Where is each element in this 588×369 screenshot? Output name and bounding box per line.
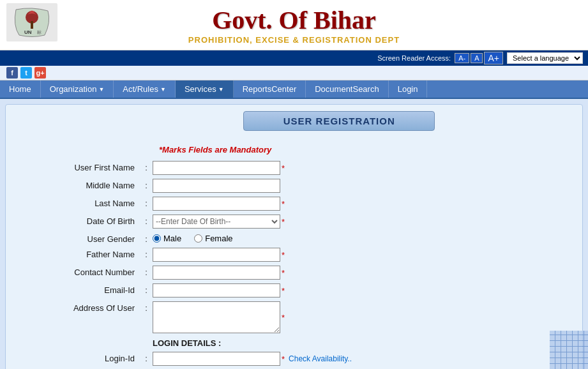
father-name-label: Father Name <box>25 248 140 259</box>
check-availability-link[interactable]: Check Availability.. <box>289 354 352 363</box>
nav-services[interactable]: Services ▼ <box>176 80 234 98</box>
gender-male-radio[interactable] <box>153 234 161 243</box>
font-increase-button[interactable]: A+ <box>484 52 503 64</box>
font-decrease-button[interactable]: A- <box>455 53 469 63</box>
first-name-input[interactable] <box>153 161 280 175</box>
nav-reportscenter[interactable]: ReportsCenter <box>234 80 306 98</box>
address-row: Address Of User : * <box>25 301 563 333</box>
header: UN 标 Govt. Of Bihar Prohibition, Excise … <box>0 0 588 50</box>
last-name-row: Last Name : * <box>25 197 563 211</box>
address-textarea[interactable] <box>153 301 280 333</box>
middle-name-label: Middle Name <box>25 179 140 190</box>
login-section-title: LOGIN DETAILS : <box>153 338 563 348</box>
nav-actrules[interactable]: Act/Rules ▼ <box>114 80 176 98</box>
font-normal-button[interactable]: A <box>471 53 483 63</box>
last-name-label: Last Name <box>25 197 140 208</box>
father-name-row: Father Name : * <box>25 248 563 262</box>
contact-row: Contact Number : * <box>25 266 563 280</box>
dob-required: * <box>282 217 285 227</box>
blue-grid-decoration <box>550 331 588 369</box>
top-bar: Screen Reader Access: A- A A+ Select a l… <box>0 50 588 66</box>
last-name-input[interactable] <box>153 197 280 211</box>
gender-group: Male Female <box>153 232 563 243</box>
page-title-bar: USER REGISTRATION <box>243 111 435 131</box>
loginid-required: * <box>282 354 285 364</box>
father-name-input[interactable] <box>153 248 280 262</box>
nav-documentsearch[interactable]: DocumentSearch <box>306 80 388 98</box>
main-content: USER REGISTRATION *Marks Fields are Mand… <box>5 104 583 369</box>
language-select[interactable]: Select a language Hindi English <box>507 52 583 64</box>
email-row: Email-Id : * <box>25 283 563 297</box>
page-title: USER REGISTRATION <box>283 116 395 126</box>
address-label: Address Of User <box>25 301 140 313</box>
email-label: Email-Id <box>25 283 140 295</box>
first-name-label: User First Name <box>25 161 140 172</box>
dob-row: Date Of Birth : --Enter Date Of Birth-- … <box>25 215 563 229</box>
gender-male-option[interactable]: Male <box>153 234 181 243</box>
facebook-icon[interactable]: f <box>6 67 18 79</box>
site-title: Govt. Of Bihar <box>188 5 400 35</box>
social-bar: f t g+ <box>0 66 588 80</box>
dob-select[interactable]: --Enter Date Of Birth-- <box>153 215 280 229</box>
middle-name-row: Middle Name : <box>25 179 563 193</box>
act-dropdown-icon: ▼ <box>160 86 166 93</box>
gender-female-option[interactable]: Female <box>194 234 232 243</box>
loginid-label: Login-Id <box>25 352 140 363</box>
nav-login[interactable]: Login <box>389 80 428 98</box>
last-name-required: * <box>282 199 285 209</box>
svg-rect-2 <box>31 21 33 29</box>
services-dropdown-icon: ▼ <box>218 86 224 93</box>
mandatory-note: *Marks Fields are Mandatory <box>159 145 563 154</box>
twitter-icon[interactable]: t <box>20 67 32 79</box>
svg-text:标: 标 <box>36 30 41 34</box>
logo: UN 标 <box>6 3 57 43</box>
nav-organization[interactable]: Organization ▼ <box>41 80 114 98</box>
gender-female-radio[interactable] <box>194 234 202 243</box>
father-name-required: * <box>282 250 285 260</box>
header-title: Govt. Of Bihar Prohibition, Excise & Reg… <box>188 5 400 45</box>
org-dropdown-icon: ▼ <box>98 86 104 93</box>
gender-label: User Gender <box>25 232 140 244</box>
email-input[interactable] <box>153 283 280 297</box>
dob-label: Date Of Birth <box>25 215 140 226</box>
loginid-input[interactable] <box>153 352 280 366</box>
first-name-row: User First Name : * <box>25 161 563 175</box>
registration-form: *Marks Fields are Mandatory User First N… <box>12 145 576 369</box>
email-required: * <box>282 286 285 296</box>
svg-text:UN: UN <box>24 29 32 35</box>
middle-name-input[interactable] <box>153 179 280 193</box>
first-name-required: * <box>282 163 285 173</box>
nav-home[interactable]: Home <box>0 80 41 98</box>
googleplus-icon[interactable]: g+ <box>34 67 46 79</box>
gender-row: User Gender : Male Female <box>25 232 563 244</box>
contact-required: * <box>282 268 285 278</box>
accessibility-buttons: A- A A+ <box>455 52 503 64</box>
site-subtitle: Prohibition, Excise & Registration Dept <box>188 35 400 45</box>
address-required: * <box>282 313 285 322</box>
contact-label: Contact Number <box>25 266 140 277</box>
screen-reader-label: Screen Reader Access: <box>377 54 451 62</box>
nav-bar: Home Organization ▼ Act/Rules ▼ Services… <box>0 80 588 99</box>
contact-input[interactable] <box>153 266 280 280</box>
loginid-row: Login-Id : * Check Availability.. <box>25 352 563 366</box>
